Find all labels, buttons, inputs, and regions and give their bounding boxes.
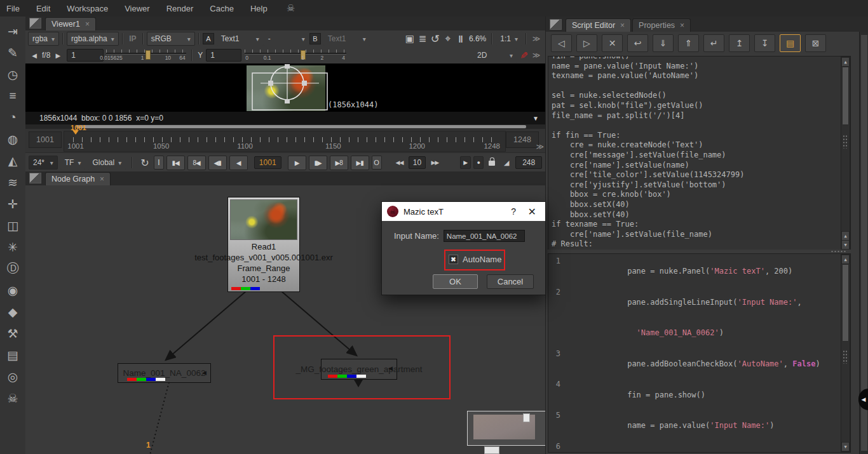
- keyer-icon[interactable]: ◭: [2, 150, 24, 171]
- node-read1[interactable]: Read1 test_footages_v001_v005.001001.exr…: [227, 197, 300, 292]
- ok-button[interactable]: OK: [433, 274, 478, 289]
- proxy-ratio-select[interactable]: 1:1▾: [496, 32, 522, 46]
- menu-item[interactable]: Workspace: [67, 4, 108, 13]
- tab-viewer1[interactable]: Viewer1 ×: [45, 17, 96, 30]
- goto-end-button[interactable]: ▶▮: [351, 156, 369, 170]
- skull-icon[interactable]: ☠: [2, 387, 24, 409]
- menu-item[interactable]: Cache: [210, 4, 234, 13]
- other-icon[interactable]: ▤: [2, 344, 24, 366]
- zoom-level[interactable]: 6.6%: [469, 34, 486, 43]
- pane-menu-icon[interactable]: [550, 19, 562, 30]
- scroll-down-icon[interactable]: ▼: [841, 240, 850, 250]
- lut-select[interactable]: sRGB▾: [147, 32, 195, 46]
- clear-output-button[interactable]: ⊠: [805, 34, 826, 52]
- time-icon[interactable]: ◷: [2, 63, 24, 85]
- menu-item[interactable]: Help: [250, 4, 268, 13]
- input-scrollbar[interactable]: ▲ ▼: [841, 254, 850, 452]
- gain-input[interactable]: 1: [67, 49, 104, 62]
- annotate-pen-icon[interactable]: ✎: [517, 49, 530, 62]
- show-output-button[interactable]: ↧: [754, 34, 775, 52]
- input-b-select[interactable]: Text1▾: [323, 32, 370, 46]
- node-mg-footages-green-apartment[interactable]: _MG_footages_green_apartment ◀: [321, 359, 397, 380]
- record-button[interactable]: ●: [473, 156, 484, 169]
- dialog-close-button[interactable]: ✕: [528, 206, 536, 218]
- node-partial-bottom-right[interactable]: [467, 411, 545, 446]
- last-frame-box[interactable]: 248: [515, 156, 542, 169]
- collapse-toolbar-icon[interactable]: ≫: [530, 32, 543, 45]
- scroll-up-icon[interactable]: ▲: [841, 255, 850, 264]
- save-script-button[interactable]: ⇑: [678, 34, 699, 52]
- channels-icon[interactable]: ≣: [416, 32, 429, 45]
- plugin-skull-icon[interactable]: ☠: [287, 3, 295, 14]
- info-dropdown-icon[interactable]: ▼: [532, 115, 539, 122]
- next-script-button[interactable]: ▷: [576, 34, 597, 52]
- image-icon[interactable]: ⇥: [2, 20, 24, 42]
- script-input-pane[interactable]: 1 pane = nuke.Panel('Mazic texT', 200) 2…: [548, 253, 851, 453]
- scroll-up-icon[interactable]: ▲: [841, 57, 850, 67]
- filter-icon[interactable]: ◍: [2, 128, 24, 150]
- menu-item[interactable]: Render: [166, 4, 194, 13]
- autoname-checkbox[interactable]: ✖: [449, 255, 458, 264]
- play-backward-button[interactable]: ◀: [229, 156, 248, 170]
- close-icon[interactable]: ×: [620, 21, 625, 30]
- input-a-select[interactable]: Text1▾: [217, 32, 264, 46]
- viewer-hscrollbar[interactable]: [25, 124, 545, 129]
- node-name-001-na-0062[interactable]: Name_001_NA_0062 ◀: [118, 363, 211, 383]
- deep-icon[interactable]: Ⓓ: [2, 258, 24, 279]
- clear-history-button[interactable]: ✕: [602, 34, 623, 52]
- toolsets-icon[interactable]: ⚒: [2, 323, 24, 344]
- particles-icon[interactable]: ✳: [2, 236, 24, 258]
- alpha-select[interactable]: rgba.alpha▾: [67, 32, 119, 46]
- transform-icon[interactable]: ✛: [2, 193, 24, 215]
- fstop-down-icon[interactable]: ◀: [28, 49, 41, 62]
- color-icon[interactable]: ◔: [2, 107, 24, 128]
- scroll-up-icon[interactable]: ▲: [841, 231, 850, 241]
- views-icon[interactable]: ◉: [2, 279, 24, 301]
- wipe-mode-select[interactable]: -▾: [264, 32, 309, 46]
- frame-increment-input[interactable]: 10: [409, 156, 426, 169]
- tf-select[interactable]: TF▾: [60, 156, 86, 170]
- close-icon[interactable]: ×: [100, 175, 104, 184]
- gamma-slider[interactable]: 00.1124: [245, 50, 346, 61]
- step-back-button[interactable]: ◀▮: [208, 156, 227, 170]
- dialog-help-button[interactable]: ?: [511, 206, 516, 217]
- lock-range-icon[interactable]: [489, 158, 495, 168]
- input-name-field[interactable]: Name_001_NA_0062: [444, 230, 525, 242]
- range-start-box[interactable]: 1001: [29, 131, 62, 148]
- metadata-icon[interactable]: ◆: [2, 301, 24, 323]
- gain-slider[interactable]: 0.01562511064: [106, 50, 186, 61]
- view-mode-select[interactable]: 2D▾: [473, 48, 517, 62]
- out-point-button[interactable]: O: [372, 156, 382, 170]
- previous-script-button[interactable]: ◁: [551, 34, 572, 52]
- wipe-icon[interactable]: ▣: [403, 32, 416, 45]
- close-icon[interactable]: ×: [680, 21, 684, 30]
- loop-mode-icon[interactable]: ↻: [139, 156, 151, 169]
- cancel-button[interactable]: Cancel: [487, 274, 534, 289]
- 3d-icon[interactable]: ◫: [2, 215, 24, 236]
- close-icon[interactable]: ×: [85, 20, 90, 29]
- editor-tab[interactable]: Script Editor ×: [566, 18, 631, 32]
- menu-item[interactable]: File: [6, 4, 20, 13]
- collapse-toolbar2-icon[interactable]: ≫: [530, 49, 543, 62]
- output-scrollbar[interactable]: ▲ ▲ ▼: [841, 57, 850, 250]
- step-fwd-inc-icon[interactable]: ▶▶: [428, 156, 441, 169]
- frame-range-select[interactable]: Global▾: [88, 156, 126, 170]
- play-forward-button[interactable]: ▶: [288, 156, 306, 170]
- ramp-icon[interactable]: ◢: [500, 156, 513, 169]
- show-both-button[interactable]: ▤: [780, 34, 801, 52]
- step-forward-button[interactable]: ▮▶: [309, 156, 327, 170]
- timeline-collapse-icon[interactable]: ≫: [536, 142, 544, 151]
- prev-keyframe-button[interactable]: 8◀: [187, 156, 206, 170]
- fstop-up-icon[interactable]: ▶: [51, 49, 64, 62]
- pane-menu-icon[interactable]: [29, 173, 41, 184]
- current-frame-input[interactable]: 1001: [254, 156, 281, 169]
- refresh-icon[interactable]: ↺: [429, 32, 442, 45]
- editor-tab[interactable]: Properties ×: [632, 18, 691, 32]
- plugin-icon[interactable]: ◎: [2, 366, 24, 387]
- step-back-inc-icon[interactable]: ◀◀: [393, 156, 406, 169]
- run-script-button[interactable]: ↵: [703, 34, 724, 52]
- range-end-box[interactable]: 1248: [506, 131, 539, 148]
- roi-icon[interactable]: ⌖: [442, 32, 454, 45]
- gain-slider-handle[interactable]: [146, 50, 151, 60]
- layer-select[interactable]: rgba▾: [28, 32, 59, 46]
